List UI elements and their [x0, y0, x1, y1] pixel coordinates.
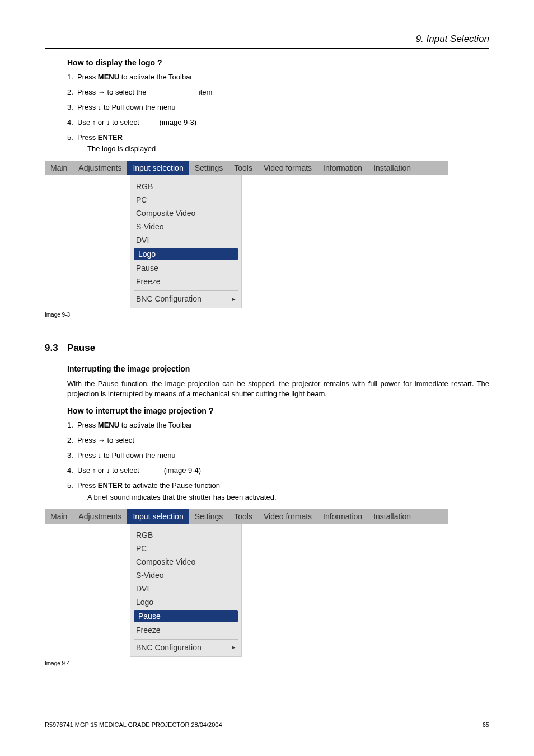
dropdown-wrap: RGB PC Composite Video S-Video DVI Logo … [45, 175, 489, 308]
text-run: Press → to select the [77, 88, 148, 96]
steps-logo: 1. Press MENU to activate the Toolbar 2.… [67, 73, 489, 154]
dd-pc[interactable]: PC [130, 542, 241, 555]
step-item: 3. Press ↓ to Pull down the menu [67, 451, 489, 461]
step-text: Press ENTER to activate the Pause functi… [77, 481, 489, 503]
step-number: 2. [67, 436, 77, 445]
section-title: Pause [67, 342, 95, 354]
text-bold: ENTER [98, 133, 123, 142]
step-number: 5. [67, 481, 77, 503]
dd-bnc-configuration[interactable]: BNC Configuration ▸ [130, 640, 241, 654]
content-area: How to display the logo ? 1. Press MENU … [45, 58, 489, 666]
step-number: 4. [67, 118, 77, 128]
step-text: Press → to select the Input Selection it… [77, 88, 489, 97]
menu-settings[interactable]: Settings [189, 509, 229, 524]
section-9-3-heading: 9.3 Pause [45, 342, 489, 354]
step-sub: A brief sound indicates that the shutter… [87, 493, 489, 503]
text-italic: Input Selection [136, 436, 184, 444]
text-run: Press [77, 421, 98, 429]
step-number: 1. [67, 73, 77, 82]
chapter-title: 9. Input Selection [45, 34, 489, 45]
submenu-arrow-icon: ▸ [229, 644, 239, 651]
dd-s-video[interactable]: S-Video [130, 220, 241, 233]
dd-freeze[interactable]: Freeze [130, 623, 241, 637]
menu-main[interactable]: Main [45, 161, 73, 175]
step-text: Press → to select Input Selection [77, 436, 489, 445]
footer-left: R5976741 MGP 15 MEDICAL GRADE PROJECTOR … [45, 721, 222, 728]
figure-9-4: Main Adjustments Input selection Setting… [45, 509, 489, 657]
step-item: 4. Use ↑ or ↓ to select Logo (image 9-3) [67, 118, 489, 128]
text-bold: MENU [98, 421, 119, 429]
step-number: 2. [67, 88, 77, 97]
step-text: Press ↓ to Pull down the menu [77, 451, 489, 461]
text-bold: ENTER [98, 481, 123, 490]
menu-information[interactable]: Information [317, 509, 368, 524]
text-run: Press → to select [77, 436, 136, 444]
heading-howto-interrupt: How to interrupt the image projection ? [67, 406, 489, 415]
text-run: to activate the Pause function [123, 481, 220, 490]
step-text: Use ↑ or ↓ to select Pause (image 9-4) [77, 466, 489, 476]
text-run: Use ↑ or ↓ to select [77, 118, 141, 126]
section-rule [45, 356, 489, 356]
menu-adjustments[interactable]: Adjustments [73, 509, 127, 524]
menu-video-formats[interactable]: Video formats [258, 161, 317, 175]
step-item: 1. Press MENU to activate the Toolbar [67, 73, 489, 82]
step-text: Press MENU to activate the Toolbar [77, 421, 489, 430]
menu-input-selection[interactable]: Input selection [127, 161, 189, 175]
step-number: 4. [67, 466, 77, 476]
dd-dvi[interactable]: DVI [130, 233, 241, 247]
submenu-arrow-icon: ▸ [229, 295, 239, 303]
text-italic: Pause [141, 466, 162, 475]
menu-settings[interactable]: Settings [189, 161, 229, 175]
text-italic: Logo [141, 118, 157, 126]
spacer [45, 524, 130, 657]
dropdown-wrap: RGB PC Composite Video S-Video DVI Logo … [45, 524, 489, 657]
menu-installation[interactable]: Installation [368, 509, 416, 524]
dd-pause[interactable]: Pause [130, 261, 241, 275]
text-run: (image 9-4) [162, 466, 201, 475]
text-bold: MENU [98, 73, 119, 81]
step-item: 5. Press ENTER to activate the Pause fun… [67, 481, 489, 503]
step-item: 4. Use ↑ or ↓ to select Pause (image 9-4… [67, 466, 489, 476]
menu-tools[interactable]: Tools [228, 509, 258, 524]
step-item: 1. Press MENU to activate the Toolbar [67, 421, 489, 430]
dd-bnc-configuration[interactable]: BNC Configuration ▸ [130, 291, 241, 306]
dd-bnc-label: BNC Configuration [136, 294, 202, 303]
menu-bar: Main Adjustments Input selection Setting… [45, 161, 448, 175]
dd-rgb[interactable]: RGB [130, 180, 241, 193]
step-number: 5. [67, 133, 77, 154]
dd-logo[interactable]: Logo [130, 595, 241, 609]
text-run: to activate the Toolbar [119, 421, 193, 429]
menu-bar: Main Adjustments Input selection Setting… [45, 509, 448, 524]
text-run: item [196, 88, 212, 96]
step-item: 2. Press → to select the Input Selection… [67, 88, 489, 97]
spacer [45, 175, 130, 308]
dd-composite-video[interactable]: Composite Video [130, 206, 241, 220]
figure-9-3: Main Adjustments Input selection Setting… [45, 161, 489, 308]
dd-freeze[interactable]: Freeze [130, 275, 241, 288]
dd-logo[interactable]: Logo [134, 248, 238, 260]
menu-video-formats[interactable]: Video formats [258, 509, 317, 524]
step-sub: The logo is displayed [87, 144, 489, 154]
step-text: Press MENU to activate the Toolbar [77, 73, 489, 82]
menu-main[interactable]: Main [45, 509, 73, 524]
menu-tools[interactable]: Tools [228, 161, 258, 175]
menu-information[interactable]: Information [317, 161, 368, 175]
dd-bnc-label: BNC Configuration [136, 643, 202, 652]
dropdown-input-selection: RGB PC Composite Video S-Video DVI Logo … [130, 524, 242, 657]
dd-pc[interactable]: PC [130, 193, 241, 206]
section-number: 9.3 [45, 342, 67, 354]
step-number: 1. [67, 421, 77, 430]
dd-dvi[interactable]: DVI [130, 582, 241, 595]
heading-interrupt: Interrupting the image projection [67, 364, 489, 373]
menu-input-selection[interactable]: Input selection [127, 509, 189, 524]
dd-pause[interactable]: Pause [134, 610, 238, 622]
step-text: Press ↓ to Pull down the menu [77, 103, 489, 112]
dd-s-video[interactable]: S-Video [130, 569, 241, 582]
pause-body-text: With the Pause function, the image proje… [67, 379, 489, 398]
dd-composite-video[interactable]: Composite Video [130, 555, 241, 569]
text-run: to activate the Toolbar [119, 73, 193, 81]
dd-rgb[interactable]: RGB [130, 528, 241, 542]
menu-installation[interactable]: Installation [368, 161, 416, 175]
menu-adjustments[interactable]: Adjustments [73, 161, 127, 175]
footer-rule [228, 725, 477, 725]
